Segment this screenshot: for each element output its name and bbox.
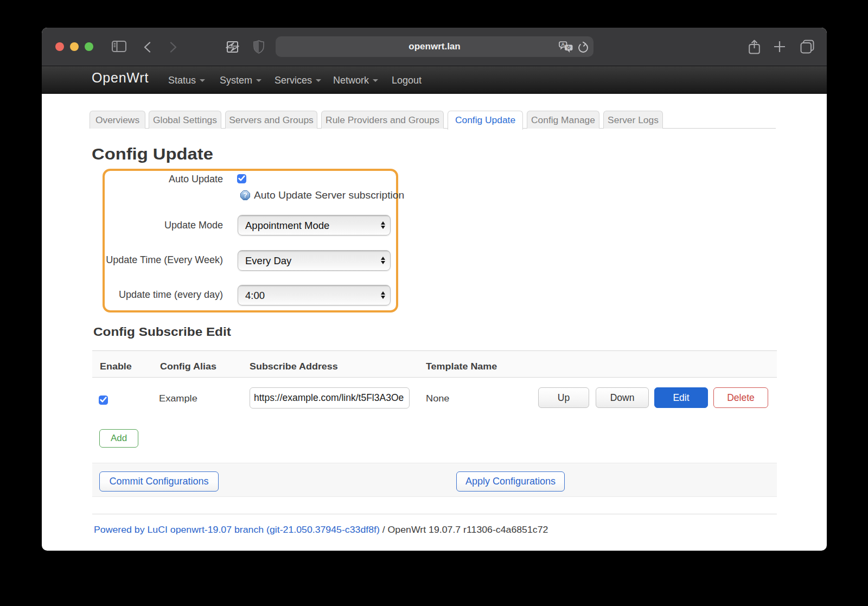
svg-text:?: ? bbox=[243, 192, 247, 199]
